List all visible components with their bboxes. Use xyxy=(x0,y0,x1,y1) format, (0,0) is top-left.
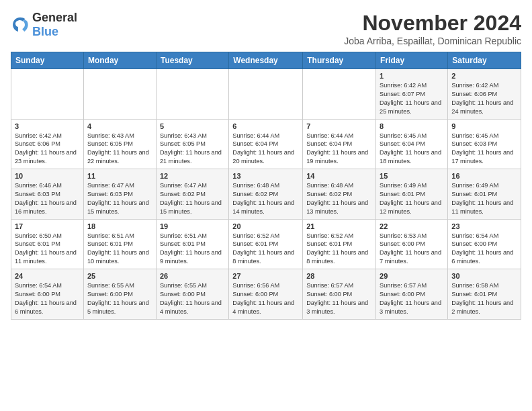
calendar-cell: 30 Sunrise: 6:58 AMSunset: 6:01 PMDaylig… xyxy=(448,269,521,320)
cell-content: Sunrise: 6:47 AMSunset: 6:02 PMDaylight:… xyxy=(160,182,222,215)
calendar-cell: 28 Sunrise: 6:57 AMSunset: 6:00 PMDaylig… xyxy=(303,269,376,320)
cell-content: Sunrise: 6:49 AMSunset: 6:01 PMDaylight:… xyxy=(451,182,513,215)
cell-content: Sunrise: 6:47 AMSunset: 6:03 PMDaylight:… xyxy=(87,182,149,215)
cell-content: Sunrise: 6:46 AMSunset: 6:03 PMDaylight:… xyxy=(15,182,77,215)
calendar-cell: 2 Sunrise: 6:42 AMSunset: 6:06 PMDayligh… xyxy=(448,69,521,120)
calendar-header-row: Sunday Monday Tuesday Wednesday Thursday… xyxy=(11,52,521,69)
logo-text-blue: Blue xyxy=(32,25,58,38)
logo-text-general: General xyxy=(32,11,77,24)
calendar-cell: 6 Sunrise: 6:44 AMSunset: 6:04 PMDayligh… xyxy=(229,119,303,169)
day-number: 18 xyxy=(87,222,152,230)
calendar-cell: 4 Sunrise: 6:43 AMSunset: 6:05 PMDayligh… xyxy=(83,119,156,169)
col-monday: Monday xyxy=(83,52,156,69)
day-number: 25 xyxy=(87,272,152,280)
calendar-cell xyxy=(229,69,303,120)
col-thursday: Thursday xyxy=(303,52,376,69)
calendar-cell: 10 Sunrise: 6:46 AMSunset: 6:03 PMDaylig… xyxy=(11,169,84,220)
cell-content: Sunrise: 6:54 AMSunset: 6:00 PMDaylight:… xyxy=(15,282,77,315)
day-number: 8 xyxy=(380,122,444,130)
day-number: 19 xyxy=(160,222,225,230)
calendar-cell xyxy=(83,69,156,120)
day-number: 30 xyxy=(451,272,517,280)
calendar-cell: 1 Sunrise: 6:42 AMSunset: 6:07 PMDayligh… xyxy=(376,69,448,120)
day-number: 13 xyxy=(232,172,299,180)
day-number: 12 xyxy=(160,172,225,180)
calendar-cell: 20 Sunrise: 6:52 AMSunset: 6:01 PMDaylig… xyxy=(229,219,303,269)
day-number: 4 xyxy=(87,122,152,130)
title-area: November 2024 Joba Arriba, Espaillat, Do… xyxy=(344,11,521,46)
day-number: 20 xyxy=(232,222,299,230)
day-number: 7 xyxy=(306,122,372,130)
cell-content: Sunrise: 6:45 AMSunset: 6:04 PMDaylight:… xyxy=(380,132,441,165)
day-number: 29 xyxy=(380,272,444,280)
calendar-cell: 17 Sunrise: 6:50 AMSunset: 6:01 PMDaylig… xyxy=(11,219,84,269)
calendar-cell: 8 Sunrise: 6:45 AMSunset: 6:04 PMDayligh… xyxy=(376,119,448,169)
calendar-cell: 18 Sunrise: 6:51 AMSunset: 6:01 PMDaylig… xyxy=(83,219,156,269)
calendar-cell: 15 Sunrise: 6:49 AMSunset: 6:01 PMDaylig… xyxy=(376,169,448,220)
cell-content: Sunrise: 6:49 AMSunset: 6:01 PMDaylight:… xyxy=(380,182,441,215)
day-number: 10 xyxy=(15,172,80,180)
col-friday: Friday xyxy=(376,52,448,69)
day-number: 24 xyxy=(15,272,80,280)
calendar-cell: 27 Sunrise: 6:56 AMSunset: 6:00 PMDaylig… xyxy=(229,269,303,320)
day-number: 9 xyxy=(451,122,517,130)
cell-content: Sunrise: 6:58 AMSunset: 6:01 PMDaylight:… xyxy=(451,282,513,315)
logo-icon xyxy=(11,15,30,34)
day-number: 5 xyxy=(160,122,225,130)
cell-content: Sunrise: 6:56 AMSunset: 6:00 PMDaylight:… xyxy=(232,282,294,315)
cell-content: Sunrise: 6:55 AMSunset: 6:00 PMDaylight:… xyxy=(160,282,222,315)
calendar-cell: 3 Sunrise: 6:42 AMSunset: 6:06 PMDayligh… xyxy=(11,119,84,169)
cell-content: Sunrise: 6:42 AMSunset: 6:06 PMDaylight:… xyxy=(451,82,513,115)
cell-content: Sunrise: 6:50 AMSunset: 6:01 PMDaylight:… xyxy=(15,232,77,265)
cell-content: Sunrise: 6:42 AMSunset: 6:06 PMDaylight:… xyxy=(15,132,77,165)
location: Joba Arriba, Espaillat, Dominican Republ… xyxy=(344,36,521,46)
day-number: 22 xyxy=(380,222,444,230)
calendar-cell: 5 Sunrise: 6:43 AMSunset: 6:05 PMDayligh… xyxy=(156,119,228,169)
cell-content: Sunrise: 6:52 AMSunset: 6:01 PMDaylight:… xyxy=(232,232,294,265)
col-sunday: Sunday xyxy=(11,52,84,69)
day-number: 23 xyxy=(451,222,517,230)
month-title: November 2024 xyxy=(344,11,521,36)
calendar-cell: 9 Sunrise: 6:45 AMSunset: 6:03 PMDayligh… xyxy=(448,119,521,169)
cell-content: Sunrise: 6:42 AMSunset: 6:07 PMDaylight:… xyxy=(380,82,441,115)
cell-content: Sunrise: 6:44 AMSunset: 6:04 PMDaylight:… xyxy=(232,132,294,165)
calendar-cell: 16 Sunrise: 6:49 AMSunset: 6:01 PMDaylig… xyxy=(448,169,521,220)
cell-content: Sunrise: 6:57 AMSunset: 6:00 PMDaylight:… xyxy=(380,282,441,315)
day-number: 2 xyxy=(451,72,517,80)
calendar-week-2: 3 Sunrise: 6:42 AMSunset: 6:06 PMDayligh… xyxy=(11,119,521,169)
calendar-cell: 29 Sunrise: 6:57 AMSunset: 6:00 PMDaylig… xyxy=(376,269,448,320)
calendar-week-1: 1 Sunrise: 6:42 AMSunset: 6:07 PMDayligh… xyxy=(11,69,521,120)
calendar-cell: 22 Sunrise: 6:53 AMSunset: 6:00 PMDaylig… xyxy=(376,219,448,269)
cell-content: Sunrise: 6:52 AMSunset: 6:01 PMDaylight:… xyxy=(306,232,368,265)
day-number: 16 xyxy=(451,172,517,180)
col-wednesday: Wednesday xyxy=(229,52,303,69)
calendar-cell: 26 Sunrise: 6:55 AMSunset: 6:00 PMDaylig… xyxy=(156,269,228,320)
calendar-cell: 7 Sunrise: 6:44 AMSunset: 6:04 PMDayligh… xyxy=(303,119,376,169)
cell-content: Sunrise: 6:43 AMSunset: 6:05 PMDaylight:… xyxy=(160,132,222,165)
calendar-cell: 13 Sunrise: 6:48 AMSunset: 6:02 PMDaylig… xyxy=(229,169,303,220)
cell-content: Sunrise: 6:48 AMSunset: 6:02 PMDaylight:… xyxy=(232,182,294,215)
day-number: 6 xyxy=(232,122,299,130)
page-header: General Blue November 2024 Joba Arriba, … xyxy=(11,11,521,46)
logo: General Blue xyxy=(11,11,77,39)
cell-content: Sunrise: 6:55 AMSunset: 6:00 PMDaylight:… xyxy=(87,282,149,315)
cell-content: Sunrise: 6:53 AMSunset: 6:00 PMDaylight:… xyxy=(380,232,441,265)
day-number: 11 xyxy=(87,172,152,180)
calendar-cell xyxy=(156,69,228,120)
calendar-cell: 21 Sunrise: 6:52 AMSunset: 6:01 PMDaylig… xyxy=(303,219,376,269)
calendar-cell xyxy=(303,69,376,120)
calendar-cell: 23 Sunrise: 6:54 AMSunset: 6:00 PMDaylig… xyxy=(448,219,521,269)
cell-content: Sunrise: 6:57 AMSunset: 6:00 PMDaylight:… xyxy=(306,282,368,315)
col-saturday: Saturday xyxy=(448,52,521,69)
day-number: 3 xyxy=(15,122,80,130)
calendar-cell: 24 Sunrise: 6:54 AMSunset: 6:00 PMDaylig… xyxy=(11,269,84,320)
calendar-cell xyxy=(11,69,84,120)
calendar-week-3: 10 Sunrise: 6:46 AMSunset: 6:03 PMDaylig… xyxy=(11,169,521,220)
cell-content: Sunrise: 6:54 AMSunset: 6:00 PMDaylight:… xyxy=(451,232,513,265)
cell-content: Sunrise: 6:48 AMSunset: 6:02 PMDaylight:… xyxy=(306,182,368,215)
col-tuesday: Tuesday xyxy=(156,52,228,69)
calendar-cell: 25 Sunrise: 6:55 AMSunset: 6:00 PMDaylig… xyxy=(83,269,156,320)
calendar-cell: 11 Sunrise: 6:47 AMSunset: 6:03 PMDaylig… xyxy=(83,169,156,220)
calendar-week-5: 24 Sunrise: 6:54 AMSunset: 6:00 PMDaylig… xyxy=(11,269,521,320)
day-number: 26 xyxy=(160,272,225,280)
